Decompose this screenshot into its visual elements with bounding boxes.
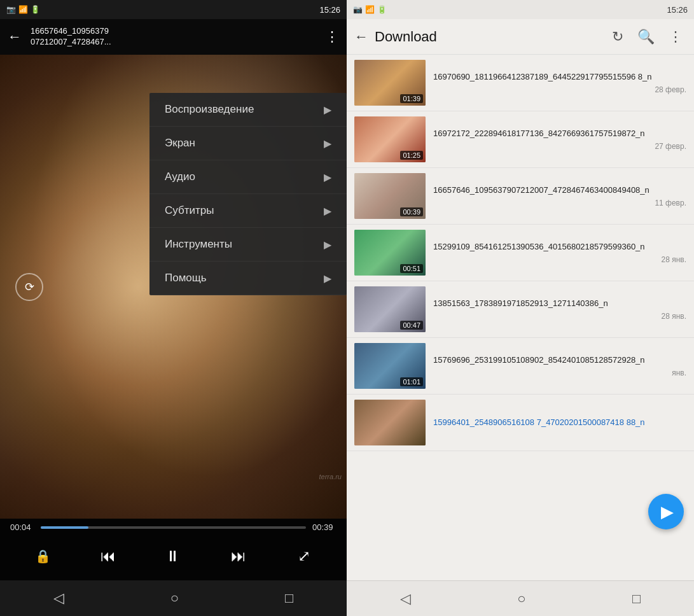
left-back-button[interactable]: ← xyxy=(8,29,22,45)
video-item-4[interactable]: 00:51 15299109_854161251390536_401568021… xyxy=(347,225,694,281)
left-title-block: 16657646_10956379 07212007_4728467... xyxy=(31,26,325,48)
video-date-2: 27 февр. xyxy=(433,142,686,151)
video-item-1[interactable]: 01:39 16970690_1811966412387189_64452291… xyxy=(347,55,694,111)
duration-6: 01:01 xyxy=(400,377,423,386)
next-button[interactable]: ⏭ xyxy=(223,541,254,571)
left-title-line2: 07212007_4728467... xyxy=(31,37,325,48)
search-button[interactable]: 🔍 xyxy=(634,25,658,49)
right-status-bar: 📷 📶 🔋 15:26 xyxy=(347,0,694,19)
left-status-icons: 📷 📶 🔋 xyxy=(6,5,40,14)
menu-item-help-label: Помощь xyxy=(165,272,207,284)
video-item-2[interactable]: 01:25 16972172_222894618177136_842766936… xyxy=(347,111,694,168)
video-date-1: 28 февр. xyxy=(433,85,686,94)
menu-item-playback[interactable]: Воспроизведение ▶ xyxy=(149,93,347,127)
video-date-6: янв. xyxy=(433,368,686,377)
thumbnail-7 xyxy=(354,400,426,445)
right-more-button[interactable]: ⋮ xyxy=(665,25,686,49)
thumbnail-5: 00:47 xyxy=(354,286,426,332)
left-title-line1: 16657646_10956379 xyxy=(31,26,325,37)
menu-item-subtitles-label: Субтитры xyxy=(165,204,214,217)
right-time: 15:26 xyxy=(667,5,688,15)
lock-icon[interactable]: ⟳ xyxy=(15,273,43,301)
video-info-7: 15996401_2548906516108 7_470202015000874… xyxy=(433,417,686,428)
prev-button[interactable]: ⏮ xyxy=(93,541,123,571)
menu-item-tools[interactable]: Инструменты ▶ xyxy=(149,228,347,262)
left-panel: 📷 📶 🔋 15:26 ← 16657646_10956379 07212007… xyxy=(0,0,347,616)
controls-row: 🔒 ⏮ ⏸ ⏭ ⤢ xyxy=(10,538,337,574)
menu-arrow-subtitles: ▶ xyxy=(324,205,331,217)
pause-button[interactable]: ⏸ xyxy=(158,541,188,571)
left-nav-bar: ◁ ○ □ xyxy=(0,580,347,616)
duration-1: 01:39 xyxy=(400,94,423,103)
player-controls: 00:04 00:39 🔒 ⏮ ⏸ ⏭ ⤢ xyxy=(0,519,347,580)
video-info-2: 16972172_222894618177136_842766936175751… xyxy=(433,128,686,151)
video-date-4: 28 янв. xyxy=(433,255,686,264)
video-date-5: 28 янв. xyxy=(433,312,686,321)
left-more-button[interactable]: ⋮ xyxy=(325,29,339,45)
right-panel: 📷 📶 🔋 15:26 ← Download ↻ 🔍 ⋮ 01:39 16970… xyxy=(347,0,694,616)
progress-fill xyxy=(41,526,88,529)
menu-item-screen-label: Экран xyxy=(165,137,195,150)
video-info-4: 15299109_854161251390536_401568021857959… xyxy=(433,241,686,264)
progress-track[interactable] xyxy=(41,526,306,529)
menu-item-subtitles[interactable]: Субтитры ▶ xyxy=(149,194,347,228)
video-info-6: 15769696_253199105108902_854240108512857… xyxy=(433,354,686,377)
play-fab-icon: ▶ xyxy=(661,502,674,522)
video-item-6[interactable]: 01:01 15769696_253199105108902_854240108… xyxy=(347,338,694,395)
right-header: ← Download ↻ 🔍 ⋮ xyxy=(347,19,694,55)
video-name-1: 16970690_1811966412387189_64452291779551… xyxy=(433,71,686,83)
video-info-1: 16970690_1811966412387189_64452291779551… xyxy=(433,71,686,94)
video-item-5[interactable]: 00:47 13851563_1783891971852913_12711403… xyxy=(347,281,694,338)
play-fab-button[interactable]: ▶ xyxy=(648,494,684,529)
left-nav-back[interactable]: ◁ xyxy=(53,590,64,606)
left-header: ← 16657646_10956379 07212007_4728467... … xyxy=(0,19,347,55)
video-name-6: 15769696_253199105108902_854240108512857… xyxy=(433,354,686,366)
menu-arrow-screen: ▶ xyxy=(324,137,331,150)
menu-arrow-audio: ▶ xyxy=(324,171,331,183)
left-nav-home[interactable]: ○ xyxy=(170,590,179,606)
thumbnail-3: 00:39 xyxy=(354,173,426,219)
menu-item-audio-label: Аудио xyxy=(165,171,195,183)
right-nav-back[interactable]: ◁ xyxy=(400,591,411,607)
video-info-3: 16657646_1095637907212007_47284674634008… xyxy=(433,185,686,207)
thumbnail-6: 01:01 xyxy=(354,343,426,389)
left-status-bar: 📷 📶 🔋 15:26 xyxy=(0,0,347,19)
watermark: terra.ru xyxy=(319,473,342,480)
menu-item-screen[interactable]: Экран ▶ xyxy=(149,127,347,160)
menu-item-tools-label: Инструменты xyxy=(165,238,232,251)
fullscreen-button[interactable]: ⤢ xyxy=(289,541,319,571)
right-nav-bar: ◁ ○ □ xyxy=(347,580,694,616)
right-back-button[interactable]: ← xyxy=(354,29,368,45)
menu-arrow-playback: ▶ xyxy=(324,104,331,116)
duration-4: 00:51 xyxy=(400,264,423,273)
duration-2: 01:25 xyxy=(400,151,423,160)
left-time: 15:26 xyxy=(319,5,340,15)
menu-item-audio[interactable]: Аудио ▶ xyxy=(149,160,347,194)
refresh-button[interactable]: ↻ xyxy=(608,25,627,49)
video-list: 01:39 16970690_1811966412387189_64452291… xyxy=(347,55,694,580)
thumbnail-2: 01:25 xyxy=(354,116,426,162)
progress-bar-container: 00:04 00:39 xyxy=(10,522,337,532)
video-name-2: 16972172_222894618177136_842766936175751… xyxy=(433,128,686,139)
video-name-5: 13851563_1783891971852913_1271140386_n xyxy=(433,298,686,309)
thumbnail-1: 01:39 xyxy=(354,60,426,106)
menu-arrow-help: ▶ xyxy=(324,272,331,284)
lock-area: ⟳ xyxy=(15,273,43,301)
menu-item-playback-label: Воспроизведение xyxy=(165,103,254,116)
video-item-3[interactable]: 00:39 16657646_1095637907212007_47284674… xyxy=(347,168,694,225)
duration-5: 00:47 xyxy=(400,321,423,330)
total-time: 00:39 xyxy=(312,522,337,532)
video-area: ⟳ Воспроизведение ▶ Экран ▶ Аудио ▶ Субт… xyxy=(0,55,347,519)
video-info-5: 13851563_1783891971852913_1271140386_n 2… xyxy=(433,298,686,321)
lock-button[interactable]: 🔒 xyxy=(27,541,58,571)
dropdown-menu: Воспроизведение ▶ Экран ▶ Аудио ▶ Субтит… xyxy=(149,93,347,295)
duration-3: 00:39 xyxy=(400,207,423,216)
video-item-7[interactable]: 15996401_2548906516108 7_470202015000874… xyxy=(347,395,694,451)
video-name-3: 16657646_1095637907212007_47284674634008… xyxy=(433,185,686,196)
right-status-icons: 📷 📶 🔋 xyxy=(353,5,387,14)
left-nav-recents[interactable]: □ xyxy=(285,590,293,606)
menu-item-help[interactable]: Помощь ▶ xyxy=(149,262,347,295)
right-nav-recents[interactable]: □ xyxy=(632,591,641,607)
video-name-7: 15996401_2548906516108 7_470202015000874… xyxy=(433,417,686,428)
right-nav-home[interactable]: ○ xyxy=(517,591,525,607)
